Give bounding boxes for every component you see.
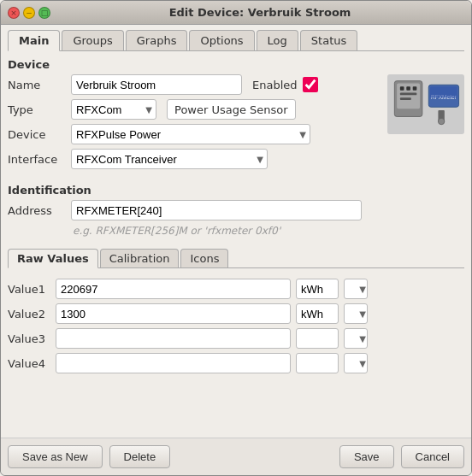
value3-unit-input[interactable] [296,328,339,349]
value1-unit-select[interactable] [344,279,368,299]
save-new-button[interactable]: Save as New [8,445,103,468]
interface-row: Interface RFXCom Tranceiver ▼ [8,149,387,169]
value1-unit-wrapper: ▼ [344,279,368,299]
interface-select[interactable]: RFXCom Tranceiver [71,149,268,169]
tab-groups[interactable]: Groups [62,30,123,50]
value2-label: Value2 [8,308,50,320]
maximize-button[interactable]: □ [38,7,50,19]
subtab-raw-values[interactable]: Raw Values [8,249,98,268]
address-input[interactable] [71,200,362,220]
subtab-calibration[interactable]: Calibration [100,249,180,267]
main-tabs: Main Groups Graphs Options Log Status [8,30,464,51]
value3-row: Value3 ▼ [8,328,464,349]
type-select[interactable]: RFXCom [71,99,156,120]
tab-options[interactable]: Options [189,30,254,50]
subtab-icons[interactable]: Icons [180,249,228,267]
value4-label: Value4 [8,357,50,370]
enabled-label: Enabled [252,79,298,91]
tab-log[interactable]: Log [257,30,298,50]
device-select-wrapper: RFXPulse Power ▼ [71,124,310,144]
main-content: Device Name Enabled Type [1,51,471,438]
value2-unit-wrapper: ▼ [344,303,368,324]
type-description: Power Usage Sensor [167,99,296,120]
value1-input[interactable] [56,279,291,299]
main-window: × − □ Edit Device: Verbruik Stroom Main … [0,0,472,476]
device-image: RFXMeter [387,74,464,134]
value2-unit-select[interactable] [344,303,368,324]
value2-row: Value2 ▼ [8,303,464,324]
device-label: Device [8,128,66,141]
device-select[interactable]: RFXPulse Power [71,124,310,144]
sub-tabs: Raw Values Calibration Icons [8,249,464,268]
value4-unit-select[interactable] [344,353,368,373]
value2-input[interactable] [56,303,291,324]
value4-row: Value4 ▼ [8,353,464,373]
type-label: Type [8,103,66,116]
device-row: Device RFXPulse Power ▼ [8,124,387,144]
tab-main[interactable]: Main [8,30,60,51]
values-section: Value1 ▼ Value2 ▼ [8,279,464,373]
svg-rect-5 [399,92,416,95]
svg-rect-9 [430,86,457,97]
enabled-checkbox[interactable] [303,77,318,92]
svg-rect-6 [399,97,410,100]
interface-label: Interface [8,153,66,166]
identification-title: Identification [8,184,464,197]
device-form-fields: Name Enabled Type RFXCom ▼ [8,74,387,173]
titlebar: × − □ Edit Device: Verbruik Stroom [1,1,471,25]
name-input[interactable] [71,74,242,95]
value3-unit-wrapper: ▼ [344,328,368,349]
value4-unit-wrapper: ▼ [344,353,368,373]
svg-rect-4 [412,86,416,91]
type-select-wrapper: RFXCom ▼ [71,99,156,120]
close-button[interactable]: × [8,7,20,19]
identification-section: Identification Address e.g. RFXMETER[256… [8,184,464,242]
save-button[interactable]: Save [339,445,394,468]
device-top-area: Name Enabled Type RFXCom ▼ [8,74,464,173]
value4-input[interactable] [56,353,291,373]
type-row: Type RFXCom ▼ Power Usage Sensor [8,99,387,120]
value3-input[interactable] [56,328,291,349]
address-example: e.g. RFXMETER[256]M or 'rfxmeter 0xf0' [73,225,464,237]
interface-select-wrapper: RFXCom Tranceiver ▼ [71,149,268,169]
value4-unit-input[interactable] [296,353,339,373]
cancel-button[interactable]: Cancel [401,445,464,468]
value1-row: Value1 ▼ [8,279,464,299]
tab-graphs[interactable]: Graphs [126,30,188,50]
window-title: Edit Device: Verbruik Stroom [56,6,464,19]
svg-rect-3 [406,86,410,91]
name-label: Name [8,79,66,91]
tab-status[interactable]: Status [300,30,357,50]
value2-unit-input[interactable] [296,303,339,324]
address-row: Address [8,200,464,220]
svg-point-11 [438,118,444,124]
value1-label: Value1 [8,283,50,296]
device-section: Device Name Enabled Type [8,58,464,173]
name-row: Name Enabled [8,74,387,95]
window-controls: × − □ [8,7,50,19]
svg-rect-2 [399,86,404,91]
value3-unit-select[interactable] [344,328,368,349]
value3-label: Value3 [8,332,50,345]
footer: Save as New Delete Save Cancel [1,438,471,475]
value1-unit-input[interactable] [296,279,339,299]
address-label: Address [8,204,66,217]
delete-button[interactable]: Delete [109,445,171,468]
minimize-button[interactable]: − [23,7,35,19]
device-section-title: Device [8,58,464,71]
